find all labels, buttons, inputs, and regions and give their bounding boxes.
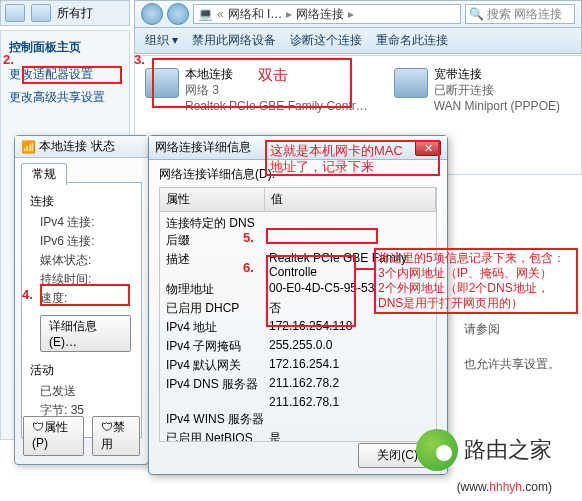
cmd-diagnose[interactable]: 诊断这个连接 [290,32,362,49]
logo-icon [416,429,458,471]
col-value: 值 [265,188,436,211]
sidepane-item-advanced-sharing[interactable]: 更改高级共享设置 [9,89,121,106]
cell-property: IPv4 默认网关 [160,357,265,374]
row: 媒体状态: [30,252,133,269]
table-body: 连接特定的 DNS 后缀描述Realtek PCIe GBE Family Co… [160,212,436,442]
conn-device: WAN Miniport (PPPOE) [434,98,560,114]
cell-value: 211.162.78.2 [265,376,436,393]
table-row[interactable]: 已启用 DHCP否 [160,299,436,318]
connection-item-broadband[interactable]: 宽带连接 已断开连接 WAN Miniport (PPPOE) [390,62,564,119]
brand-logo: 路由之家 [416,429,552,471]
sidepane-header[interactable]: 控制面板主页 [9,39,121,56]
crumb-item[interactable]: 网络和 I… [228,6,283,23]
nav-forward-button[interactable] [167,3,189,25]
cell-property: IPv4 DNS 服务器 [160,376,265,393]
table-row[interactable]: IPv4 默认网关172.16.254.1 [160,356,436,375]
row: IPv6 连接: [30,233,133,250]
table-row[interactable]: 211.162.78.1 [160,394,436,410]
lan-icon: 📶 [21,140,36,154]
properties-button[interactable]: 🛡属性(P) [23,416,84,456]
window-titlebar: 网络连接详细信息 ✕ [149,136,447,160]
table-row[interactable]: 物理地址00-E0-4D-C5-95-53 [160,280,436,299]
details-table: 属性 值 连接特定的 DNS 后缀描述Realtek PCIe GBE Fami… [159,187,437,442]
shield-icon: 🛡 [101,420,113,434]
conn-status: 已断开连接 [434,82,560,98]
table-row[interactable]: IPv4 地址172.16.254.118 [160,318,436,337]
command-bar: 组织 ▾ 禁用此网络设备 诊断这个连接 重命名此连接 [134,28,582,54]
cell-property: 已启用 DHCP [160,300,265,317]
cell-value: 255.255.0.0 [265,338,436,355]
cell-property [160,395,265,409]
table-header: 属性 值 [160,188,436,212]
cell-value: 是 [265,430,436,442]
cell-property: 已启用 NetBIOS ove… [160,430,265,442]
window-title: 📶 本地连接 状态 [15,136,148,158]
cell-value: 172.16.254.1 [265,357,436,374]
brand-name: 路由之家 [464,435,552,465]
connection-details-window: 网络连接详细信息 ✕ 网络连接详细信息(D): 属性 值 连接特定的 DNS 后… [148,135,448,475]
conn-device: Realtek PCIe GBE Family Contr… [185,98,368,114]
conn-name: 本地连接 [185,66,368,82]
conn-network: 网络 3 [185,82,368,98]
title-text: 网络连接详细信息 [155,139,251,156]
table-row[interactable]: IPv4 WINS 服务器 [160,410,436,429]
details-button[interactable]: 详细信息(E)… [40,315,131,352]
row: 持续时间: [30,271,133,288]
cell-property: 描述 [160,251,265,279]
cell-property: IPv4 WINS 服务器 [160,411,265,428]
toolbar-icon[interactable] [31,4,51,22]
status-body: 连接 IPv4 连接: IPv6 连接: 媒体状态: 持续时间: 速度: 详细信… [21,182,142,438]
toolbar-text: 所有打 [57,5,93,22]
table-row[interactable]: IPv4 子网掩码255.255.0.0 [160,337,436,356]
search-placeholder: 搜索 网络连接 [487,6,562,23]
close-button[interactable]: ✕ [415,140,441,156]
cell-value: 否 [265,300,436,317]
shield-icon: 🛡 [32,420,44,434]
lan-status-window: 📶 本地连接 状态 常规 连接 IPv4 连接: IPv6 连接: 媒体状态: … [14,135,149,465]
tabs: 常规 [15,158,148,182]
cell-value: 172.16.254.118 [265,319,436,336]
row: IPv4 连接: [30,214,133,231]
breadcrumb[interactable]: 💻 « 网络和 I… ▸ 网络连接 ▸ [193,4,461,24]
table-row[interactable]: 描述Realtek PCIe GBE Family Controlle [160,250,436,280]
title-text: 本地连接 状态 [39,138,114,155]
extra-text: 请参阅 也允许共享设置。 [464,320,574,373]
group-connection: 连接 [30,193,133,210]
disable-button[interactable]: 🛡禁用 [92,416,140,456]
tab-general[interactable]: 常规 [21,163,67,185]
details-label: 网络连接详细信息(D): [149,160,447,187]
toolbar-icon[interactable] [5,4,25,22]
control-panel-toolbar: 所有打 [0,0,130,26]
cell-value: Realtek PCIe GBE Family Controlle [265,251,436,279]
broadband-icon [394,68,428,98]
explorer-address-bar: 💻 « 网络和 I… ▸ 网络连接 ▸ 🔍 搜索 网络连接 [134,0,582,28]
cell-property: 物理地址 [160,281,265,298]
cell-value: 211.162.78.1 [265,395,436,409]
search-icon: 🔍 [469,7,484,21]
table-row[interactable]: 连接特定的 DNS 后缀 [160,214,436,250]
cell-property: IPv4 子网掩码 [160,338,265,355]
crumb-icon: 💻 [198,7,213,21]
sidepane-item-adapter-settings[interactable]: 更改适配器设置 [9,66,121,83]
crumb-sep: ▸ [286,7,292,21]
cmd-disable-device[interactable]: 禁用此网络设备 [192,32,276,49]
table-row[interactable]: IPv4 DNS 服务器211.162.78.2 [160,375,436,394]
cell-value [265,411,436,428]
table-row[interactable]: 已启用 NetBIOS ove…是 [160,429,436,442]
brand-url: (www.hhhyh.com) [457,477,552,495]
cmd-organize[interactable]: 组织 ▾ [145,32,178,49]
crumb-sep: « [217,7,224,21]
lan-icon [145,68,179,98]
row-sent: 已发送 [30,383,133,400]
crumb-item[interactable]: 网络连接 [296,6,344,23]
row: 速度: [30,290,133,307]
col-property: 属性 [160,188,265,211]
crumb-sep: ▸ [348,7,354,21]
group-activity: 活动 [30,362,133,379]
cell-value [265,215,436,249]
search-input[interactable]: 🔍 搜索 网络连接 [465,4,575,24]
cmd-rename[interactable]: 重命名此连接 [376,32,448,49]
cell-value: 00-E0-4D-C5-95-53 [265,281,436,298]
nav-back-button[interactable] [141,3,163,25]
connection-item-lan[interactable]: 本地连接 网络 3 Realtek PCIe GBE Family Contr… [141,62,372,119]
